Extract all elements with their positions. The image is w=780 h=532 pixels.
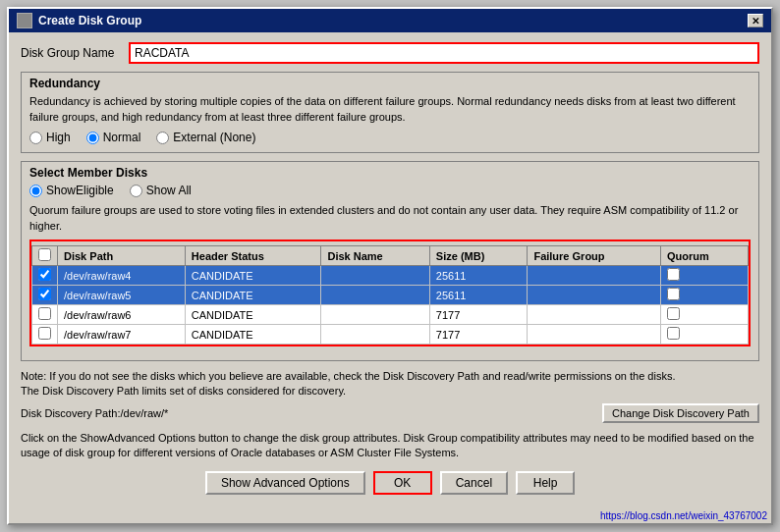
header-status-1: CANDIDATE [185, 286, 321, 305]
button-row: Show Advanced Options OK Cancel Help [21, 471, 759, 495]
quorum-1[interactable] [661, 286, 749, 305]
size-mb-0: 25611 [429, 266, 528, 286]
quorum-checkbox-1[interactable] [667, 288, 680, 300]
discovery-path-label: Disk Discovery Path:/dev/raw/* [21, 407, 168, 419]
quorum-3[interactable] [661, 325, 749, 345]
row-checkbox-cell-2[interactable] [32, 305, 58, 325]
disk-name-header: Disk Name [321, 246, 429, 266]
size-mb-3: 7177 [429, 325, 528, 345]
size-mb-header: Size (MB) [429, 246, 528, 266]
member-disks-title: Select Member Disks [29, 166, 751, 180]
disk-group-name-input[interactable] [129, 42, 759, 64]
change-discovery-path-button[interactable]: Change Disk Discovery Path [602, 403, 759, 423]
redundancy-external[interactable]: External (None) [156, 131, 255, 144]
redundancy-section: Redundancy Redundancy is achieved by sto… [21, 72, 759, 153]
note-text: Note: If you do not see the disks which … [21, 369, 759, 399]
table-row[interactable]: /dev/raw/raw4 CANDIDATE 25611 [32, 266, 749, 286]
show-options-group: ShowEligible Show All [29, 184, 751, 197]
header-status-3: CANDIDATE [185, 325, 321, 345]
redundancy-description: Redundancy is achieved by storing multip… [29, 94, 751, 125]
header-status-0: CANDIDATE [185, 266, 321, 286]
row-checkbox-cell-0[interactable] [32, 266, 58, 286]
select-all-header[interactable] [32, 246, 58, 266]
failure-group-3 [528, 325, 661, 345]
title-bar-left: Create Disk Group [17, 13, 141, 28]
app-icon [17, 13, 32, 28]
ok-button[interactable]: OK [373, 471, 432, 495]
create-disk-group-dialog: Create Disk Group ✕ Disk Group Name Redu… [7, 7, 773, 524]
cancel-button[interactable]: Cancel [440, 471, 508, 495]
size-mb-1: 25611 [429, 286, 528, 305]
redundancy-normal-radio[interactable] [86, 132, 99, 144]
disk-path-3: /dev/raw/raw7 [58, 325, 186, 345]
header-status-header: Header Status [185, 246, 321, 266]
row-checkbox-cell-3[interactable] [32, 325, 58, 345]
quorum-2[interactable] [661, 305, 749, 325]
quorum-checkbox-0[interactable] [667, 268, 680, 281]
failure-group-2 [528, 305, 661, 325]
member-disks-section: Select Member Disks ShowEligible Show Al… [21, 161, 759, 361]
quorum-header: Quorum [661, 246, 749, 266]
note-line1: Note: If you do not see the disks which … [21, 370, 675, 382]
bottom-note: Click on the ShowAdvanced Options button… [21, 431, 759, 461]
disk-name-0 [321, 266, 429, 286]
redundancy-radio-group: High Normal External (None) [29, 131, 751, 144]
note-line2: The Disk Discovery Path limits set of di… [21, 385, 346, 397]
show-all-option[interactable]: Show All [130, 184, 192, 197]
row-checkbox-2[interactable] [38, 307, 51, 320]
quorum-note: Quorum failure groups are used to store … [29, 203, 751, 234]
table-row[interactable]: /dev/raw/raw5 CANDIDATE 25611 [32, 286, 749, 305]
row-checkbox-cell-1[interactable] [32, 286, 58, 305]
show-eligible-option[interactable]: ShowEligible [29, 184, 114, 197]
disk-path-header: Disk Path [58, 246, 186, 266]
disk-path-0: /dev/raw/raw4 [58, 266, 186, 286]
redundancy-high[interactable]: High [29, 131, 71, 144]
footer-url: https://blog.csdn.net/weixin_43767002 [9, 508, 771, 523]
footer-url-text: https://blog.csdn.net/weixin_43767002 [600, 510, 767, 521]
row-checkbox-1[interactable] [38, 288, 51, 300]
redundancy-high-radio[interactable] [29, 132, 42, 144]
quorum-0[interactable] [661, 266, 749, 286]
redundancy-normal[interactable]: Normal [86, 131, 141, 144]
disk-table-container: Disk Path Header Status Disk Name Size (… [29, 239, 751, 346]
quorum-checkbox-3[interactable] [667, 327, 680, 340]
table-row[interactable]: /dev/raw/raw6 CANDIDATE 7177 [32, 305, 749, 325]
title-bar: Create Disk Group ✕ [9, 9, 771, 32]
disk-name-3 [321, 325, 429, 345]
quorum-checkbox-2[interactable] [667, 307, 680, 320]
failure-group-header: Failure Group [528, 246, 661, 266]
disk-table: Disk Path Header Status Disk Name Size (… [31, 245, 749, 345]
disk-group-name-label: Disk Group Name [21, 46, 129, 60]
show-all-radio[interactable] [130, 185, 142, 197]
dialog-body: Disk Group Name Redundancy Redundancy is… [9, 32, 771, 507]
disk-path-1: /dev/raw/raw5 [58, 286, 186, 305]
disk-path-2: /dev/raw/raw6 [58, 305, 186, 325]
close-button[interactable]: ✕ [748, 14, 763, 27]
redundancy-external-radio[interactable] [156, 132, 169, 144]
row-checkbox-3[interactable] [38, 327, 51, 340]
redundancy-title: Redundancy [29, 77, 751, 90]
row-checkbox-0[interactable] [38, 268, 51, 281]
show-eligible-radio[interactable] [29, 185, 42, 197]
disk-name-1 [321, 286, 429, 305]
disk-name-2 [321, 305, 429, 325]
size-mb-2: 7177 [429, 305, 528, 325]
help-button[interactable]: Help [516, 471, 575, 495]
show-advanced-button[interactable]: Show Advanced Options [205, 471, 365, 495]
disk-group-name-row: Disk Group Name [21, 42, 759, 64]
failure-group-0 [528, 266, 661, 286]
failure-group-1 [528, 286, 661, 305]
dialog-title: Create Disk Group [38, 14, 141, 27]
discovery-path-row: Disk Discovery Path:/dev/raw/* Change Di… [21, 403, 759, 423]
select-all-checkbox[interactable] [38, 248, 51, 261]
table-row[interactable]: /dev/raw/raw7 CANDIDATE 7177 [32, 325, 749, 345]
header-status-2: CANDIDATE [185, 305, 321, 325]
